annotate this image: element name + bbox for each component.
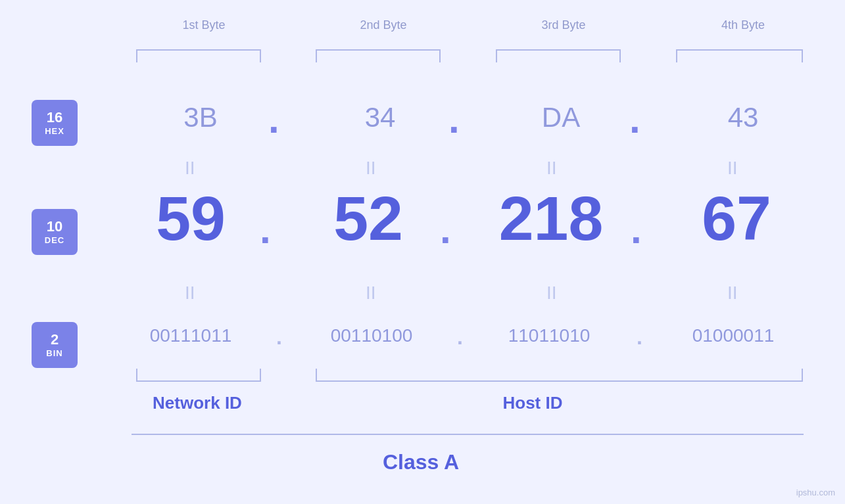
eq-3: II — [546, 158, 557, 179]
bin-val-4: 01000011 — [664, 325, 802, 346]
eq-b2: II — [366, 283, 376, 304]
dec-val-3: 218 — [472, 187, 630, 250]
dot-bin-3: . — [637, 327, 642, 348]
bracket-top-2 — [316, 49, 441, 62]
byte-label-3: 3rd Byte — [498, 18, 629, 32]
bracket-bottom-host — [316, 369, 803, 382]
hex-val-2: 34 — [331, 102, 429, 133]
badge-dec-label: DEC — [45, 235, 64, 245]
dot-hex-2: . — [448, 100, 460, 139]
watermark: ipshu.com — [796, 488, 835, 497]
badge-hex-number: 16 — [47, 110, 62, 126]
eq-b4: II — [727, 283, 738, 304]
bin-val-1: 00111011 — [122, 325, 260, 346]
bracket-top-3 — [496, 49, 621, 62]
badge-dec: 10 DEC — [32, 209, 78, 255]
dot-dec-3: . — [631, 210, 642, 250]
dot-hex-1: . — [268, 100, 279, 139]
byte-label-4: 4th Byte — [677, 18, 809, 32]
dot-hex-3: . — [629, 100, 640, 139]
eq-b3: II — [546, 283, 557, 304]
bracket-bottom-net — [136, 369, 261, 382]
class-label: Class A — [316, 450, 526, 474]
class-line — [132, 434, 804, 435]
dot-dec-1: . — [260, 210, 271, 250]
byte-label-1: 1st Byte — [138, 18, 270, 32]
dot-bin-2: . — [457, 327, 463, 348]
dec-val-1: 59 — [125, 187, 256, 250]
dec-val-4: 67 — [658, 187, 815, 250]
host-id-label: Host ID — [434, 393, 631, 413]
eq-b1: II — [185, 283, 195, 304]
hex-val-4: 43 — [694, 102, 792, 133]
badge-bin-label: BIN — [46, 348, 62, 358]
hex-val-3: DA — [512, 102, 610, 133]
badge-bin-number: 2 — [51, 332, 59, 348]
badge-hex: 16 HEX — [32, 100, 78, 146]
badge-hex-label: HEX — [45, 126, 64, 136]
bin-val-3: 11011010 — [480, 325, 618, 346]
dec-val-2: 52 — [302, 187, 434, 250]
badge-bin: 2 BIN — [32, 322, 78, 368]
bin-val-2: 00110100 — [302, 325, 441, 346]
bracket-top-4 — [676, 49, 803, 62]
byte-label-2: 2nd Byte — [318, 18, 449, 32]
bracket-top-1 — [136, 49, 261, 62]
main-container: 1st Byte 2nd Byte 3rd Byte 4th Byte 16 H… — [0, 0, 845, 504]
eq-4: II — [727, 158, 738, 179]
dot-dec-2: . — [440, 210, 451, 250]
eq-2: II — [366, 158, 376, 179]
hex-val-1: 3B — [151, 102, 250, 133]
network-id-label: Network ID — [115, 393, 279, 413]
eq-1: II — [185, 158, 195, 179]
dot-bin-1: . — [276, 327, 282, 348]
badge-dec-number: 10 — [47, 219, 62, 235]
